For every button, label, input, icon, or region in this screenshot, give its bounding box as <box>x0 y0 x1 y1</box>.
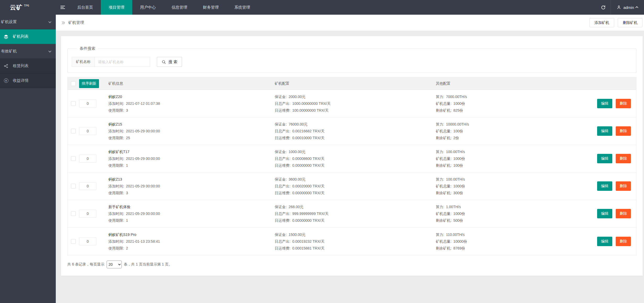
term-value: 3 <box>126 190 128 196</box>
output-value: 0.00020000 TRX/天 <box>292 183 325 189</box>
username: admin <box>623 5 634 10</box>
user-menu[interactable]: admin <box>611 0 644 15</box>
chevron-down-icon <box>48 20 51 23</box>
topbar: 云矿 TP6 后台首页 项目管理 用户中心 信息管理 财务管理 系统管理 adm… <box>0 0 644 15</box>
remain-label: 剩余矿机: <box>436 107 452 113</box>
term-label: 使用期限: <box>108 163 124 168</box>
row-checkbox[interactable] <box>71 239 76 244</box>
table-row: 新手矿机体验 添加时间:2021-05-29 00:00:00 使用期限:1 保… <box>68 200 636 228</box>
delete-button[interactable]: 删除 <box>616 237 631 246</box>
miner-name-input[interactable] <box>95 57 150 67</box>
total-value: 1000份 <box>453 183 465 189</box>
opex-label: 日运维费: <box>275 107 290 113</box>
opex-label: 日运维费: <box>275 245 290 251</box>
double-chevron-icon <box>61 21 66 25</box>
sidebar-group-active-miners[interactable]: 有效矿机 <box>0 44 56 59</box>
nav-tab-projects[interactable]: 项目管理 <box>101 0 132 15</box>
row-checkbox[interactable] <box>71 211 76 216</box>
page-actions: 添加矿机 删除矿机 <box>590 18 642 27</box>
topbar-right: admin <box>596 0 644 15</box>
delete-button[interactable]: 删除 <box>616 154 631 163</box>
output-label: 日总产出: <box>275 156 290 161</box>
row-checkbox[interactable] <box>71 101 76 106</box>
added-time-label: 添加时间: <box>108 183 124 189</box>
page-title: 矿机管理 <box>68 20 84 25</box>
nav-tab-finance[interactable]: 财务管理 <box>195 0 227 15</box>
opex-label: 日运维费: <box>275 163 290 168</box>
chevron-down-icon <box>48 49 51 52</box>
search-button[interactable]: 搜 索 <box>157 57 182 67</box>
power-value: 10000.00TH/s <box>446 121 469 127</box>
added-time-value: 2021-05-29 00:00:00 <box>126 211 160 217</box>
sort-order-input[interactable] <box>79 210 96 218</box>
term-label: 使用期限: <box>108 190 124 196</box>
select-all-checkbox[interactable] <box>71 81 76 86</box>
delete-button[interactable]: 删除 <box>616 209 631 218</box>
delete-button[interactable]: 删除 <box>616 126 631 136</box>
search-panel: 条件搜索 矿机名称 搜 索 <box>67 46 636 73</box>
sort-refresh-button[interactable]: 排序刷新 <box>79 79 99 88</box>
edit-button[interactable]: 编辑 <box>597 209 612 218</box>
remain-label: 剩余矿机: <box>436 218 452 223</box>
remain-label: 剩余矿机: <box>436 190 452 196</box>
term-value: 2 <box>126 245 128 251</box>
deposit-label: 保证金: <box>275 121 287 127</box>
power-label: 算力: <box>436 204 444 210</box>
sort-order-input[interactable] <box>79 127 96 135</box>
power-value: 100.00TH/s <box>446 176 465 182</box>
total-value: 1000份 <box>453 156 465 161</box>
edit-button[interactable]: 编辑 <box>597 181 612 191</box>
sort-order-input[interactable] <box>79 237 96 245</box>
main-content: 矿机管理 添加矿机 删除矿机 条件搜索 矿机名称 搜 索 <box>56 15 644 303</box>
added-time-value: 2021-05-29 00:00:00 <box>126 156 160 161</box>
breadcrumb-bar: 矿机管理 添加矿机 删除矿机 <box>56 15 644 31</box>
remain-value: 8769份 <box>453 245 465 251</box>
refresh-button[interactable] <box>596 0 610 15</box>
share-icon <box>3 64 9 68</box>
sort-order-input[interactable] <box>79 100 96 107</box>
term-label: 使用期限: <box>108 218 124 223</box>
term-label: 使用期限: <box>108 135 124 141</box>
output-label: 日总产出: <box>275 211 290 217</box>
sort-order-input[interactable] <box>79 155 96 163</box>
add-miner-button[interactable]: 添加矿机 <box>590 18 614 27</box>
miner-name: 新手矿机体验 <box>108 204 275 210</box>
sort-order-input[interactable] <box>79 182 96 190</box>
row-checkbox[interactable] <box>71 156 76 161</box>
hamburger-icon <box>60 6 65 9</box>
miner-name: 蚂蚁矿机T17 <box>108 149 275 155</box>
total-label: 矿机总量: <box>436 183 452 189</box>
delete-button[interactable]: 删除 <box>616 181 631 191</box>
hamburger-menu-button[interactable] <box>56 0 69 15</box>
added-time-value: 2021-01-13 23:58:41 <box>126 239 160 244</box>
sidebar-item-profit-detail[interactable]: ¥ 收益详情 <box>0 73 56 88</box>
row-checkbox[interactable] <box>71 129 76 133</box>
sidebar-item-miner-list[interactable]: 矿机列表 <box>0 29 56 44</box>
total-value: 10000份 <box>453 239 467 244</box>
deposit-value: 1000.00元 <box>289 149 306 155</box>
search-row: 矿机名称 搜 索 <box>72 57 632 67</box>
sidebar-item-lease-list[interactable]: 租赁列表 <box>0 59 56 73</box>
output-value: 0.00216682 TRX/天 <box>292 128 325 134</box>
edit-button[interactable]: 编辑 <box>597 237 612 246</box>
nav-tab-home[interactable]: 后台首页 <box>69 0 101 15</box>
top-navigation: 后台首页 项目管理 用户中心 信息管理 财务管理 系统管理 <box>69 0 258 15</box>
nav-tab-users[interactable]: 用户中心 <box>132 0 164 15</box>
delete-button[interactable]: 删除 <box>616 99 631 108</box>
logo-text: 云矿 <box>10 3 23 12</box>
page-size-select[interactable]: 20 <box>107 261 122 268</box>
edit-button[interactable]: 编辑 <box>597 126 612 136</box>
sidebar: 矿机设置 矿机列表 有效矿机 租赁列表 ¥ 收益详情 <box>0 15 56 303</box>
delete-miner-button[interactable]: 删除矿机 <box>618 18 642 27</box>
nav-tab-system[interactable]: 系统管理 <box>227 0 258 15</box>
added-time-label: 添加时间: <box>108 101 124 106</box>
edit-button[interactable]: 编辑 <box>597 99 612 108</box>
header-miner-info: 矿机信息 <box>108 81 275 86</box>
output-value: 0.00019232 TRX/天 <box>292 239 325 244</box>
added-time-label: 添加时间: <box>108 211 124 217</box>
sidebar-group-miner-settings[interactable]: 矿机设置 <box>0 15 56 29</box>
sidebar-item-label: 收益详情 <box>13 78 29 83</box>
edit-button[interactable]: 编辑 <box>597 154 612 163</box>
nav-tab-info[interactable]: 信息管理 <box>164 0 195 15</box>
row-checkbox[interactable] <box>71 184 76 188</box>
